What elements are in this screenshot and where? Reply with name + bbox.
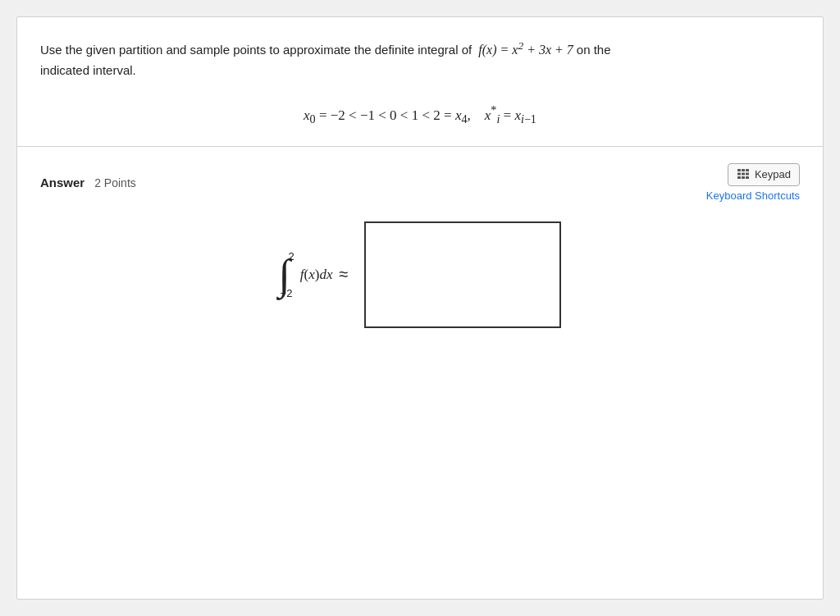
- approx-symbol: ≈: [339, 265, 348, 284]
- question-section: Use the given partition and sample point…: [17, 17, 823, 147]
- answer-header: Answer 2 Points: [40, 163, 800, 202]
- integral-wrapper: 2 ∫ −2: [279, 253, 290, 296]
- integral-expression: 2 ∫ −2 f(x)dx ≈: [279, 253, 355, 296]
- svg-rect-1: [742, 169, 745, 171]
- integral-area: 2 ∫ −2 f(x)dx ≈: [40, 221, 800, 328]
- svg-rect-4: [742, 172, 745, 175]
- answer-input-box[interactable]: [364, 221, 561, 328]
- svg-rect-8: [746, 176, 749, 179]
- keypad-icon: [737, 168, 750, 181]
- question-text-part2: on the: [577, 43, 611, 57]
- svg-rect-7: [742, 176, 745, 179]
- points-label: 2 Points: [94, 176, 136, 189]
- svg-rect-6: [737, 176, 741, 179]
- svg-rect-0: [737, 169, 741, 171]
- keypad-button[interactable]: Keypad: [728, 163, 800, 186]
- question-function: f(x) = x2 + 3x + 7: [475, 43, 577, 57]
- partition-display: x0 = −2 < −1 < 0 < 1 < 2 = x4, x*i = xi−…: [40, 97, 800, 130]
- keypad-label: Keypad: [755, 168, 791, 180]
- answer-section: Answer 2 Points: [17, 147, 823, 345]
- integral-upper: 2: [289, 250, 294, 262]
- question-text-part1: Use the given partition and sample point…: [40, 43, 472, 57]
- toolbar-group: Keypad Keyboard Shortcuts: [706, 163, 800, 202]
- svg-rect-5: [746, 172, 749, 175]
- keyboard-shortcuts-link[interactable]: Keyboard Shortcuts: [706, 189, 800, 202]
- svg-rect-3: [737, 172, 741, 175]
- page-container: Use the given partition and sample point…: [16, 16, 824, 600]
- integral-lower: −2: [281, 287, 293, 299]
- answer-label: Answer: [40, 176, 84, 189]
- answer-label-group: Answer 2 Points: [40, 176, 136, 189]
- svg-rect-2: [746, 169, 749, 171]
- question-text: Use the given partition and sample point…: [40, 37, 800, 80]
- question-text-part3: indicated interval.: [40, 63, 136, 77]
